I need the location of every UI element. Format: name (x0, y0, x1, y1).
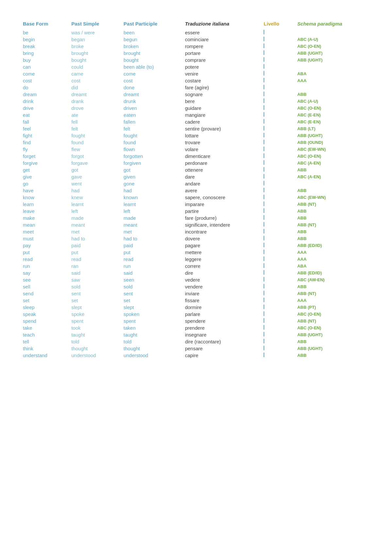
cell-pp: understood (120, 352, 182, 359)
cell-ita: dire (raccontare) (182, 338, 260, 345)
cell-ita: cominciare (182, 36, 260, 43)
cell-pp: seen (120, 276, 182, 283)
cell-ita: avere (182, 187, 260, 194)
cell-schema: ABB (294, 215, 372, 221)
cell-schema (294, 84, 372, 91)
cell-pp: taken (120, 324, 182, 331)
table-row: forgive forgave forgiven perdonare ABC (… (20, 160, 372, 166)
table-row: sell sold sold vendere ABB (20, 283, 372, 290)
cell-livello (260, 160, 294, 166)
cell-schema: ABC (A-EN) (294, 173, 372, 180)
cell-base: break (20, 43, 68, 50)
cell-ita: fare (agire) (182, 84, 260, 91)
cell-past: paid (68, 242, 120, 249)
cell-ita: comprare (182, 57, 260, 63)
cell-schema: ABC (AW-EN) (294, 276, 372, 283)
table-row: read read read leggere AAA (20, 256, 372, 263)
livello-bar (264, 222, 264, 227)
cell-past: dreamt (68, 91, 120, 98)
cell-schema: ABB (UGHT) (294, 50, 372, 57)
table-row: spend spent spent spendere ABB (NT) (20, 318, 372, 324)
table-row: fly flew flown volare ABC (EW-WN) (20, 146, 372, 153)
table-row: get got got ottenere ABB (20, 166, 372, 173)
cell-past: took (68, 324, 120, 331)
cell-past: set (68, 297, 120, 304)
cell-ita: pensare (182, 345, 260, 352)
cell-schema: ABB (ED/ID) (294, 242, 372, 249)
cell-ita: pagare (182, 242, 260, 249)
cell-livello (260, 98, 294, 105)
livello-bar (264, 291, 264, 295)
cell-ita: potere (182, 63, 260, 70)
livello-bar (264, 256, 264, 261)
cell-pp: met (120, 228, 182, 235)
livello-bar (264, 304, 264, 309)
cell-ita: perdonare (182, 160, 260, 166)
cell-ita: fare (produrre) (182, 215, 260, 221)
table-row: forget forgot forgotten dimenticare ABC … (20, 153, 372, 160)
cell-base: be (20, 29, 68, 36)
livello-bar (264, 277, 264, 282)
livello-bar (264, 188, 264, 192)
cell-base: find (20, 139, 68, 146)
livello-bar (264, 153, 264, 158)
cell-pp: told (120, 338, 182, 345)
cell-pp: dreamt (120, 91, 182, 98)
cell-base: leave (20, 208, 68, 215)
cell-ita: dimenticare (182, 153, 260, 160)
cell-base: eat (20, 112, 68, 118)
cell-schema: ABB (NT) (294, 318, 372, 324)
livello-bar (264, 346, 264, 350)
livello-bar (264, 160, 264, 165)
cell-pp: been (120, 29, 182, 36)
cell-past: made (68, 215, 120, 221)
cell-past: broke (68, 43, 120, 50)
cell-livello (260, 63, 294, 70)
cell-livello (260, 256, 294, 263)
cell-past: drove (68, 105, 120, 112)
cell-past: saw (68, 276, 120, 283)
cell-schema: ABC (EW-WN) (294, 194, 372, 201)
cell-pp: learnt (120, 201, 182, 208)
cell-ita: capire (182, 352, 260, 359)
cell-schema: ABC (A-U) (294, 36, 372, 43)
cell-schema: ABB (UGHT) (294, 132, 372, 139)
table-row: find found found trovare ABB (OUND) (20, 139, 372, 146)
table-row: set set set fissare AAA (20, 297, 372, 304)
cell-livello (260, 276, 294, 283)
cell-livello (260, 70, 294, 77)
cell-livello (260, 105, 294, 112)
cell-livello (260, 173, 294, 180)
table-row: tell told told dire (raccontare) ABB (20, 338, 372, 345)
cell-schema: ABB (PT) (294, 304, 372, 311)
cell-past: read (68, 256, 120, 263)
livello-bar (264, 167, 264, 172)
cell-pp: read (120, 256, 182, 263)
cell-base: spend (20, 318, 68, 324)
cell-ita: vendere (182, 283, 260, 290)
cell-pp: got (120, 166, 182, 173)
table-row: mean meant meant significare, intendere … (20, 221, 372, 228)
cell-pp: put (120, 249, 182, 256)
livello-bar (264, 98, 264, 103)
cell-schema: ABB (294, 283, 372, 290)
table-row: see saw seen vedere ABC (AW-EN) (20, 276, 372, 283)
cell-schema: ABB (294, 235, 372, 242)
cell-past: forgot (68, 153, 120, 160)
livello-bar (264, 243, 264, 247)
cell-livello (260, 311, 294, 318)
cell-schema: ABC (EW-WN) (294, 146, 372, 153)
cell-livello (260, 221, 294, 228)
cell-schema (294, 180, 372, 187)
cell-schema: ABC (E-EN) (294, 118, 372, 125)
cell-schema: ABB (UGHT) (294, 345, 372, 352)
cell-pp: slept (120, 304, 182, 311)
livello-bar (264, 325, 264, 330)
cell-pp: spent (120, 318, 182, 324)
cell-schema: AAA (294, 249, 372, 256)
cell-past: was / were (68, 29, 120, 36)
cell-base: go (20, 180, 68, 187)
livello-bar (264, 105, 264, 110)
cell-past: spoke (68, 311, 120, 318)
cell-schema: ABB (LT) (294, 125, 372, 132)
